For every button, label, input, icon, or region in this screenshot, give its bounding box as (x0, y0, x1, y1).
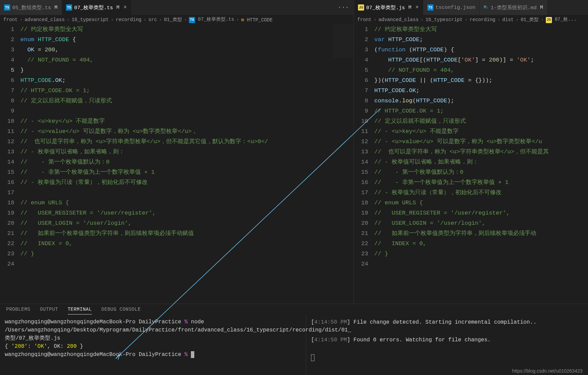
code-line[interactable]: // enum URLS { (20, 198, 333, 208)
modified-indicator: M (408, 5, 411, 11)
code-line[interactable]: // - 非第一个枚举值为上一个数字枚举值 + 1 (374, 177, 588, 188)
minimap-left[interactable] (333, 24, 354, 304)
code-line[interactable]: // USER_LOGIN = '/user/login', (20, 218, 333, 228)
code-line[interactable]: // 定义以后就不能赋值，只读形式 (20, 96, 333, 106)
code-line[interactable]: // } (374, 249, 588, 259)
panel-tab-debug console[interactable]: DEBUG CONSOLE (101, 307, 141, 314)
code-line[interactable]: // 约定枚举类型全大写 (20, 24, 333, 35)
code-line[interactable]: var HTTP_CODE; (374, 35, 588, 45)
chevron-right-icon: › (184, 17, 187, 22)
breadcrumb-item[interactable]: ⊞ HTTP_CODE (241, 17, 273, 23)
breadcrumb-item[interactable]: recording (470, 17, 495, 22)
code-line[interactable]: // enum URLS { (374, 198, 588, 208)
breadcrumb-item[interactable]: 01_类型 (164, 17, 182, 23)
code-line[interactable]: HTTP_CODE.OK; (20, 75, 333, 86)
code-line[interactable]: // USER_REGISETER = '/user/register', (20, 208, 333, 218)
code-line[interactable] (20, 259, 333, 269)
breadcrumb-item[interactable]: src (148, 17, 157, 22)
line-number: 12 (0, 137, 14, 147)
tab-overflow-icon[interactable]: ··· (333, 0, 354, 15)
code-line[interactable]: // USER_LOGIN = '/user/login', (374, 218, 588, 228)
line-number: 11 (0, 126, 14, 137)
code-line[interactable]: // - 枚举值可以省略，如果省略，则： (20, 147, 333, 157)
code-line[interactable]: // - 第一个枚举值默认为：0 (374, 167, 588, 177)
code-line[interactable] (374, 259, 588, 269)
code-line[interactable]: // - <u>value</u> 可以是数字，称为 <u>数字类型枚举</u>… (20, 126, 333, 137)
code-line[interactable]: // 约定枚举类型全大写 (374, 24, 588, 35)
modified-indicator: M (116, 5, 119, 11)
panel-tab-output[interactable]: OUTPUT (40, 307, 58, 314)
breadcrumb-item[interactable]: advanced_class (24, 17, 65, 22)
code-line[interactable]: // - <u>key</u> 不能是数字 (374, 126, 588, 137)
code-line[interactable] (20, 106, 333, 116)
code-line[interactable]: // 如果前一个枚举值类型为字符串，则后续枚举项必须手动 (374, 228, 588, 239)
code-line[interactable]: })(HTTP_CODE || (HTTP_CODE = {})); (374, 75, 588, 86)
code-line[interactable]: // 也可以是字符串，称为 <u>字符串类型枚举</u>，但不能是其 (374, 147, 588, 157)
code-line[interactable]: ⌄// HTTP_CODE.OK = 1; (374, 106, 588, 116)
code-line[interactable]: // USER_REGISETER = '/user/register', (374, 208, 588, 218)
breadcrumb-right[interactable]: front›advanced_class›16_typescript›recor… (354, 15, 588, 24)
code-line[interactable]: // HTTP_CODE.OK = 1; (20, 86, 333, 96)
code-line[interactable]: enum HTTP_CODE { (20, 35, 333, 45)
breadcrumb-item[interactable]: 16_typescript (425, 17, 462, 22)
terminal-left[interactable]: wangzhongqing@wangzhongqingdeMacBook-Pro… (0, 314, 306, 375)
bottom-panel: PROBLEMSOUTPUTTERMINALDEBUG CONSOLE wang… (0, 304, 588, 375)
code-line[interactable]: } (20, 65, 333, 75)
code-line[interactable]: console.log(HTTP_CODE); (374, 96, 588, 106)
tab-label: tsconfig.json (436, 5, 475, 11)
code-line[interactable]: HTTP_CODE.OK; (374, 86, 588, 96)
javascript-icon: JS (358, 4, 364, 11)
watermark: https://blog.csdn.net/u010263423 (512, 368, 583, 374)
code-line[interactable]: // - 枚举值为只读（常量），初始化后不可修改 (20, 177, 333, 188)
breadcrumb-item[interactable]: dist (502, 17, 514, 22)
breadcrumb-item[interactable]: 01_类型 (521, 17, 539, 23)
code-area-right[interactable]: 123456789101112131415161718192021222324 … (354, 24, 588, 304)
breadcrumb-item[interactable]: front (3, 17, 18, 22)
code-line[interactable]: // NOT_FOUND = 404, (374, 65, 588, 75)
code-line[interactable]: // 如果前一个枚举值类型为字符串，则后续枚举项必须手动赋值 (20, 228, 333, 239)
code-line[interactable]: HTTP_CODE[(HTTP_CODE['OK'] = 200)] = 'OK… (374, 55, 588, 65)
code-lines-left[interactable]: // 约定枚举类型全大写enum HTTP_CODE { OK = 200, /… (20, 24, 333, 304)
breadcrumb-item[interactable]: front (357, 17, 372, 22)
breadcrumb-left[interactable]: front›advanced_class›16_typescript›recor… (0, 15, 354, 24)
chevron-right-icon: › (111, 17, 114, 22)
tab-tsconfig.json[interactable]: TS tsconfig.json (423, 0, 480, 15)
code-line[interactable]: // INDEX = 0, (374, 239, 588, 249)
close-icon[interactable]: × (415, 4, 419, 11)
terminal-right[interactable]: [4:14:50 PM] File change detected. Start… (306, 314, 588, 375)
panel-tabs: PROBLEMSOUTPUTTERMINALDEBUG CONSOLE (0, 304, 588, 314)
code-line[interactable]: // NOT_FOUND = 404, (20, 55, 333, 65)
tab-1-类型系统初识.md[interactable]: M↓ 1-类型系统初识.md M (480, 0, 548, 15)
breadcrumb-item[interactable]: 16_typescript (71, 17, 109, 22)
tab-07_枚举类型.js[interactable]: JS 07_枚举类型.js M × (354, 0, 423, 15)
code-area-left[interactable]: 123456789101112131415161718192021222324 … (0, 24, 354, 304)
line-number: 2 (0, 35, 14, 45)
breadcrumb-item[interactable]: TS 07_枚举类型.ts (189, 16, 234, 23)
close-icon[interactable]: × (124, 4, 127, 11)
tab-label: 05_数组类型.ts (12, 4, 51, 11)
code-line[interactable] (20, 188, 333, 198)
code-line[interactable]: // 定义以后就不能赋值，只读形式 (374, 116, 588, 126)
tab-05_数组类型.ts[interactable]: TS 05_数组类型.ts M (0, 0, 62, 15)
code-line[interactable]: // - 枚举值可以省略，如果省略，则： (374, 157, 588, 167)
breadcrumb-item[interactable]: advanced_class (378, 17, 419, 22)
line-number: 12 (354, 137, 368, 147)
code-line[interactable]: // 也可以是字符串，称为 <u>字符串类型枚举</u>，但不能是其它值，默认为… (20, 137, 333, 147)
code-line[interactable]: // - <u>value</u> 可以是数字，称为 <u>数字类型枚举</u (374, 137, 588, 147)
panel-tab-terminal[interactable]: TERMINAL (68, 307, 92, 314)
code-line[interactable]: // - 第一个枚举值默认为：0 (20, 157, 333, 167)
modified-indicator: M (54, 5, 58, 11)
code-line[interactable]: OK = 200, (20, 45, 333, 55)
panel-tab-problems[interactable]: PROBLEMS (6, 307, 30, 314)
tab-07_枚举类型.ts[interactable]: TS 07_枚举类型.ts M × (62, 0, 131, 15)
code-line[interactable]: // - 枚举值为只读（常量），初始化后不可修改 (374, 188, 588, 198)
code-line[interactable]: // INDEX = 0, (20, 239, 333, 249)
breadcrumb-item[interactable]: recording (116, 17, 142, 22)
line-number: 24 (354, 259, 368, 269)
code-line[interactable]: // } (20, 249, 333, 259)
code-line[interactable]: ⌄(function (HTTP_CODE) { (374, 45, 588, 55)
code-line[interactable]: // - 非第一个枚举值为上一个数字枚举值 + 1 (20, 167, 333, 177)
breadcrumb-item[interactable]: JS 07_枚... (546, 16, 577, 23)
code-lines-right[interactable]: // 约定枚举类型全大写var HTTP_CODE;⌄(function (HT… (374, 24, 588, 304)
code-line[interactable]: // - <u>key</u> 不能是数字 (20, 116, 333, 126)
